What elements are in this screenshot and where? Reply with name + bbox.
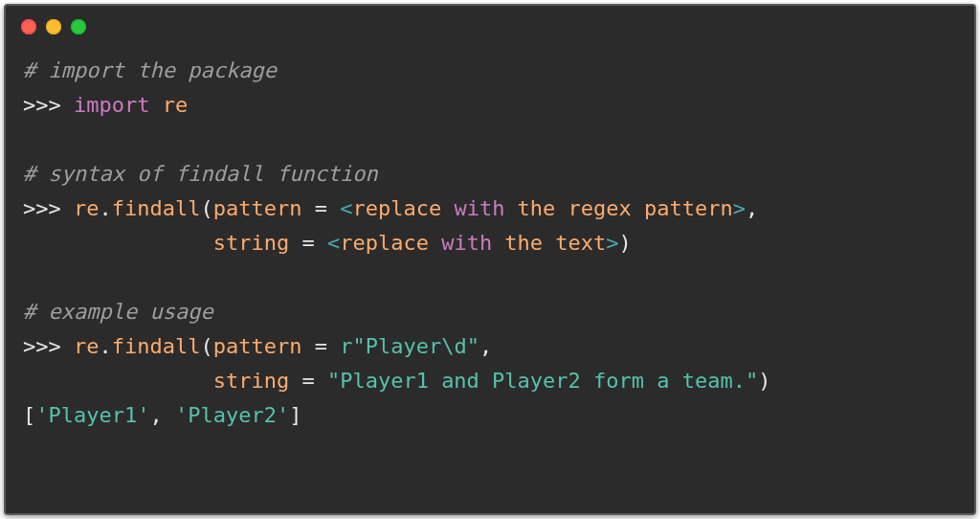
result-item: 'Player1' — [35, 403, 149, 427]
func-findall: findall — [112, 334, 201, 358]
list-bracket: ] — [289, 403, 301, 427]
indent — [23, 369, 213, 393]
func-findall: findall — [112, 196, 201, 220]
zoom-icon[interactable] — [71, 19, 86, 34]
keyword-import: import — [74, 93, 149, 117]
rparen: ) — [619, 231, 632, 255]
placeholder-text: the text — [492, 231, 606, 255]
placeholder-text: the regex pattern — [504, 196, 732, 220]
kwarg-pattern: pattern — [213, 196, 302, 220]
code-comment: # example usage — [23, 300, 213, 324]
string-literal: "Player1 and Player2 form a team." — [327, 369, 758, 393]
code-comment: # import the package — [23, 58, 277, 82]
equals: = — [301, 196, 340, 220]
placeholder-text: replace — [352, 196, 454, 220]
kwarg-pattern: pattern — [213, 334, 302, 358]
module-re: re — [74, 196, 100, 220]
terminal-window: # import the package >>> import re # syn… — [4, 4, 976, 515]
minimize-icon[interactable] — [46, 19, 61, 34]
keyword-with: with — [441, 231, 492, 255]
angle-lt: < — [340, 196, 352, 220]
angle-lt: < — [327, 231, 340, 255]
comma: , — [746, 196, 758, 220]
comma: , — [479, 334, 492, 358]
kwarg-string: string — [213, 369, 289, 393]
repl-prompt: >>> — [23, 334, 74, 358]
repl-prompt: >>> — [23, 196, 74, 220]
rparen: ) — [758, 369, 770, 393]
code-comment: # syntax of findall function — [23, 162, 378, 186]
equals: = — [301, 334, 340, 358]
dot: . — [99, 334, 111, 358]
equals: = — [289, 369, 327, 393]
window-titlebar — [6, 6, 974, 42]
repl-prompt: >>> — [23, 93, 74, 117]
string-literal: "Player\d" — [352, 334, 479, 358]
module-re: re — [74, 334, 100, 358]
raw-string-prefix: r — [340, 334, 352, 358]
indent — [23, 231, 213, 255]
code-block: # import the package >>> import re # syn… — [6, 42, 974, 450]
keyword-with: with — [454, 196, 504, 220]
close-icon[interactable] — [21, 19, 36, 34]
equals: = — [289, 231, 327, 255]
module-re: re — [163, 93, 189, 117]
list-sep: , — [149, 403, 175, 427]
dot: . — [99, 196, 111, 220]
angle-gt: > — [606, 231, 618, 255]
angle-gt: > — [733, 196, 746, 220]
kwarg-string: string — [213, 231, 289, 255]
lparen: ( — [200, 196, 212, 220]
result-item: 'Player2' — [175, 403, 289, 427]
list-bracket: [ — [23, 403, 35, 427]
placeholder-text: replace — [340, 231, 441, 255]
lparen: ( — [200, 334, 212, 358]
